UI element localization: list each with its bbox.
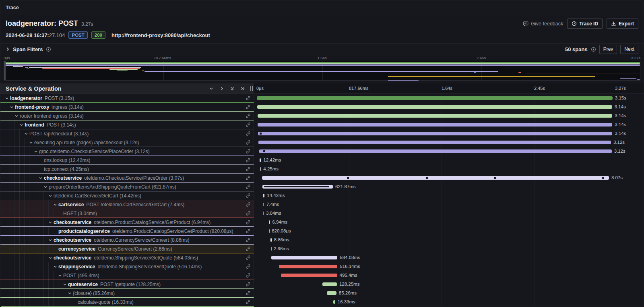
- span-row-name-cell[interactable]: POST (495.4ms): [0, 271, 254, 280]
- span-row[interactable]: dns.lookup (12.42ms)12.42ms: [0, 156, 644, 165]
- span-link-icon[interactable]: [246, 122, 251, 127]
- span-row[interactable]: checkoutserviceoteldemo.ProductCatalogSe…: [0, 218, 644, 227]
- span-link-icon[interactable]: [246, 282, 251, 287]
- span-link-icon[interactable]: [246, 158, 251, 163]
- span-link-icon[interactable]: [246, 211, 251, 216]
- chevron-down-icon[interactable]: [47, 194, 54, 198]
- span-row[interactable]: {closure} (85.26ms)85.26ms: [0, 289, 644, 298]
- span-row-name-cell[interactable]: cartservicePOST /oteldemo.CartService/Ge…: [0, 200, 254, 209]
- span-link-icon[interactable]: [246, 131, 251, 136]
- chevron-down-icon[interactable]: [28, 141, 34, 145]
- chevron-down-icon[interactable]: [23, 132, 29, 136]
- span-row-name-cell[interactable]: shippingserviceoteldemo.ShippingService/…: [0, 262, 254, 271]
- span-link-icon[interactable]: [246, 175, 251, 180]
- collapse-all-icon[interactable]: [230, 86, 235, 91]
- span-filters-toggle[interactable]: Span Filters: [6, 46, 51, 52]
- span-row-name-cell[interactable]: quoteservicePOST /getquote (128.25ms): [0, 280, 254, 289]
- span-link-icon[interactable]: [246, 299, 251, 305]
- chevron-down-icon[interactable]: [62, 282, 68, 286]
- chevron-down-icon[interactable]: [66, 291, 73, 295]
- span-link-icon[interactable]: [246, 264, 251, 269]
- span-bar[interactable]: [279, 265, 337, 268]
- span-row[interactable]: cartservicePOST /oteldemo.CartService/Ge…: [0, 200, 644, 209]
- span-link-icon[interactable]: [246, 184, 251, 189]
- expand-all-icon[interactable]: [240, 86, 245, 91]
- span-bar[interactable]: [258, 132, 612, 135]
- span-bar[interactable]: [271, 256, 337, 259]
- span-row[interactable]: productcatalogserviceoteldemo.ProductCat…: [0, 227, 644, 236]
- span-row-name-cell[interactable]: executing api route (pages) /api/checkou…: [0, 138, 254, 147]
- span-row[interactable]: POST /api/checkout (3.14s)3.14s: [0, 129, 644, 138]
- span-row-name-cell[interactable]: dns.lookup (12.42ms): [0, 156, 254, 165]
- span-row[interactable]: checkoutserviceoteldemo.CheckoutService/…: [0, 174, 644, 183]
- span-row[interactable]: loadgeneratorPOST (3.15s)3.15s: [0, 94, 644, 103]
- chevron-down-icon[interactable]: [57, 274, 63, 278]
- prev-button[interactable]: Prev: [599, 45, 617, 54]
- trace-id-button[interactable]: Trace ID: [567, 19, 603, 29]
- span-row-name-cell[interactable]: POST /api/checkout (3.14s): [0, 129, 254, 138]
- span-bar[interactable]: [281, 274, 337, 277]
- expand-one-icon[interactable]: [219, 86, 224, 91]
- export-button[interactable]: Export: [607, 19, 638, 29]
- span-row[interactable]: quoteservicePOST /getquote (128.25ms)128…: [0, 280, 644, 289]
- column-resize-handle[interactable]: [250, 86, 253, 91]
- span-link-icon[interactable]: [246, 228, 251, 234]
- span-bar[interactable]: [269, 220, 270, 224]
- span-bar[interactable]: [327, 291, 336, 295]
- chevron-down-icon[interactable]: [33, 149, 39, 154]
- span-row[interactable]: shippingserviceoteldemo.ShippingService/…: [0, 262, 644, 271]
- chevron-down-icon[interactable]: [4, 96, 10, 100]
- span-link-icon[interactable]: [246, 140, 251, 145]
- span-link-icon[interactable]: [246, 166, 251, 172]
- span-row-name-cell[interactable]: grpc.oteldemo.CheckoutService/PlaceOrder…: [0, 147, 254, 156]
- span-row[interactable]: HGET (3.04ms)3.04ms: [0, 209, 644, 218]
- next-button[interactable]: Next: [620, 45, 638, 54]
- span-bar[interactable]: [257, 105, 612, 109]
- chevron-down-icon[interactable]: [37, 176, 44, 180]
- span-bar[interactable]: [333, 300, 335, 304]
- span-row-name-cell[interactable]: currencyserviceCurrencyService/Convert (…: [0, 245, 254, 253]
- span-bar[interactable]: [260, 158, 261, 162]
- span-row-name-cell[interactable]: checkoutserviceoteldemo.CheckoutService/…: [0, 174, 254, 183]
- span-row[interactable]: grpc.oteldemo.CheckoutService/PlaceOrder…: [0, 147, 644, 156]
- span-bar[interactable]: [263, 203, 264, 206]
- span-row[interactable]: POST (495.4ms)495.4ms: [0, 271, 644, 280]
- span-row-name-cell[interactable]: checkoutserviceoteldemo.ShippingService/…: [0, 253, 254, 262]
- span-link-icon[interactable]: [246, 104, 251, 110]
- span-bar[interactable]: [259, 149, 612, 153]
- span-bar[interactable]: [270, 238, 271, 242]
- span-row[interactable]: prepareOrderItemsAndShippingQuoteFromCar…: [0, 183, 644, 191]
- span-link-icon[interactable]: [246, 113, 251, 118]
- span-bar[interactable]: [257, 96, 613, 100]
- chevron-down-icon[interactable]: [52, 203, 58, 207]
- span-row-name-cell[interactable]: {closure} (85.26ms): [0, 289, 254, 298]
- span-row-name-cell[interactable]: checkoutserviceoteldemo.ProductCatalogSe…: [0, 218, 254, 227]
- span-row[interactable]: currencyserviceCurrencyService/Convert (…: [0, 245, 644, 253]
- span-link-icon[interactable]: [246, 246, 251, 251]
- span-bar[interactable]: [262, 185, 333, 189]
- span-bar[interactable]: [271, 247, 272, 251]
- chevron-down-icon[interactable]: [52, 265, 58, 269]
- span-row-name-cell[interactable]: router frontend egress (3.14s): [0, 112, 254, 120]
- chevron-down-icon[interactable]: [13, 114, 20, 118]
- span-row[interactable]: frontendPOST (3.14s)3.14s: [0, 120, 644, 129]
- span-row-name-cell[interactable]: calculate-quote (16.33ms): [0, 298, 254, 307]
- minimap-viewport-handle[interactable]: [4, 61, 6, 80]
- span-link-icon[interactable]: [246, 290, 251, 296]
- span-link-icon[interactable]: [246, 255, 251, 260]
- span-link-icon[interactable]: [246, 220, 251, 225]
- chevron-down-icon[interactable]: [47, 220, 54, 224]
- span-row[interactable]: calculate-quote (16.33ms)16.33ms: [0, 298, 644, 307]
- give-feedback-link[interactable]: Give feedback: [523, 21, 563, 27]
- span-row-name-cell[interactable]: HGET (3.04ms): [0, 209, 254, 218]
- collapse-one-icon[interactable]: [209, 86, 214, 91]
- span-row[interactable]: checkoutserviceoteldemo.ShippingService/…: [0, 253, 644, 262]
- span-row[interactable]: router frontend egress (3.14s)3.14s: [0, 112, 644, 120]
- span-row-name-cell[interactable]: tcp.connect (4.25ms): [0, 165, 254, 174]
- span-row-name-cell[interactable]: oteldemo.CartService/GetCart (14.42ms): [0, 191, 254, 200]
- span-row[interactable]: executing api route (pages) /api/checkou…: [0, 138, 644, 147]
- span-bar[interactable]: [258, 123, 612, 127]
- span-row-name-cell[interactable]: prepareOrderItemsAndShippingQuoteFromCar…: [0, 183, 254, 191]
- chevron-down-icon[interactable]: [18, 123, 25, 127]
- span-link-icon[interactable]: [246, 149, 251, 154]
